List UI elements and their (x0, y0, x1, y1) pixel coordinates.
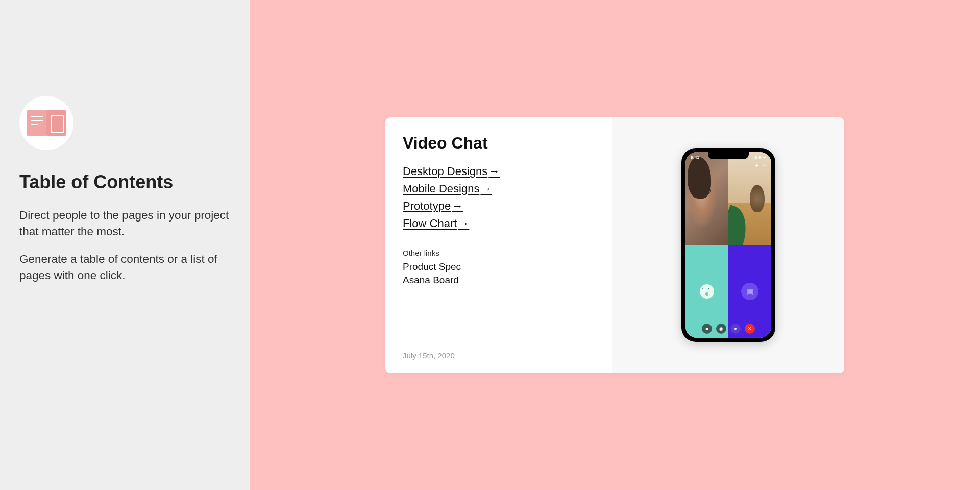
arrow-icon: → (488, 165, 500, 178)
right-panel: Video Chat Desktop Designs→ Mobile Desig… (250, 0, 980, 490)
left-title: Table of Contents (19, 172, 230, 193)
mic-button[interactable]: ● (730, 324, 741, 334)
preview-card: Video Chat Desktop Designs→ Mobile Desig… (385, 117, 844, 373)
link-label: Flow Chart (403, 217, 457, 230)
avatar-face-icon (700, 284, 714, 299)
link-prototype[interactable]: Prototype→ (403, 200, 463, 213)
link-label: Mobile Designs (403, 182, 479, 195)
wifi-icon: ◆ (758, 155, 761, 159)
video-top-controls: + ⋯ (754, 162, 768, 168)
link-label: Desktop Designs (403, 165, 487, 178)
phone-screen: 9:41 ▮ ◆ ▬ + ⋯ (685, 152, 771, 338)
link-mobile-designs[interactable]: Mobile Designs→ (403, 182, 492, 195)
end-call-button[interactable]: ✕ (745, 324, 755, 334)
toc-icon-wrap (19, 96, 74, 150)
status-time: 9:41 (691, 155, 699, 160)
battery-icon: ▬ (763, 155, 766, 159)
video-toggle-button[interactable]: ■ (702, 324, 712, 334)
arrow-icon: → (458, 217, 469, 230)
speaker-button[interactable]: ◉ (716, 324, 726, 334)
book-left-page (27, 110, 46, 136)
arrow-icon: → (452, 200, 463, 212)
video-grid: ▣ (685, 152, 771, 338)
link-desktop-designs[interactable]: Desktop Designs→ (403, 165, 500, 178)
left-desc-2: Generate a table of contents or a list o… (19, 251, 230, 284)
status-indicators: ▮ ◆ ▬ (755, 155, 766, 159)
signal-icon: ▮ (755, 155, 757, 159)
phone-notch (708, 152, 749, 159)
video-tile-1 (685, 152, 728, 245)
book-icon (27, 110, 66, 136)
left-panel: Table of Contents Direct people to the p… (0, 0, 250, 490)
left-desc-1: Direct people to the pages in your proje… (19, 207, 230, 240)
card-content: Video Chat Desktop Designs→ Mobile Desig… (385, 117, 612, 373)
arrow-icon: → (480, 182, 492, 195)
link-asana-board[interactable]: Asana Board (403, 275, 459, 286)
plant-leaf (728, 205, 755, 245)
link-flow-chart[interactable]: Flow Chart→ (403, 217, 469, 230)
call-controls: ■ ◉ ● ✕ (685, 324, 771, 334)
camera-avatar-icon: ▣ (741, 283, 758, 300)
card-date: July 15th, 2020 (403, 351, 455, 360)
card-title: Video Chat (403, 134, 595, 153)
link-label: Prototype (403, 200, 451, 212)
phone-mockup: 9:41 ▮ ◆ ▬ + ⋯ (681, 148, 775, 342)
add-user-icon[interactable]: + (754, 162, 760, 168)
book-right-page (46, 110, 66, 136)
link-product-spec[interactable]: Product Spec (403, 261, 461, 273)
more-icon[interactable]: ⋯ (762, 162, 768, 168)
other-links-heading: Other links (403, 249, 595, 257)
card-preview-area: 9:41 ▮ ◆ ▬ + ⋯ (612, 117, 844, 373)
person-glasses (693, 187, 711, 194)
